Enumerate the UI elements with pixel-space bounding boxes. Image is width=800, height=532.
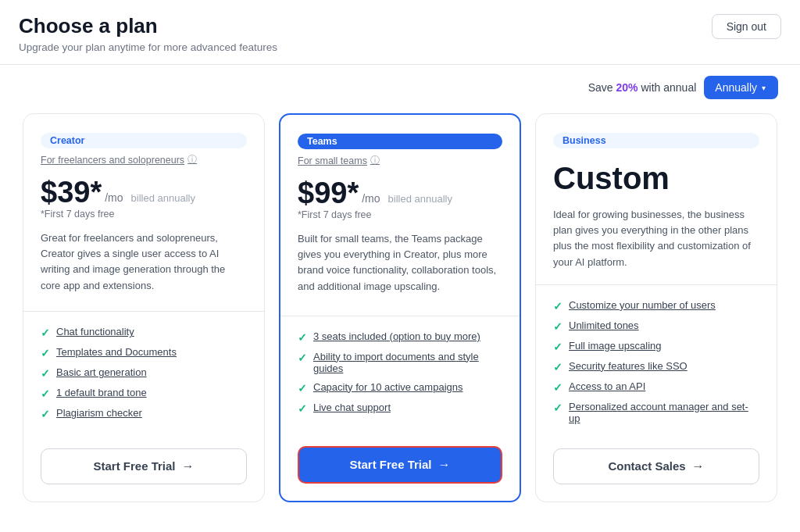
feature-item: ✓ Unlimited tones: [553, 320, 759, 333]
check-icon: ✓: [553, 341, 562, 353]
price-row-creator: $39* /mo billed annually: [41, 177, 247, 207]
cta-button-creator[interactable]: Start Free Trial →: [41, 448, 247, 484]
info-icon: ⓘ: [188, 153, 197, 166]
check-icon: ✓: [553, 320, 562, 333]
save-highlight: 20%: [616, 81, 638, 94]
feature-item: ✓ Chat functionality: [41, 326, 247, 339]
price-amount-teams: $99*: [298, 178, 359, 208]
annually-toggle-button[interactable]: Annually ▾: [704, 76, 778, 99]
check-icon: ✓: [41, 327, 50, 339]
page-title: Choose a plan: [19, 14, 277, 38]
page-subtitle: Upgrade your plan anytime for more advan…: [19, 41, 277, 53]
feature-item: ✓ Basic art generation: [41, 366, 247, 380]
check-icon: ✓: [553, 300, 562, 312]
annually-label: Annually: [715, 81, 757, 94]
plan-audience-teams: For small teams ⓘ: [298, 154, 502, 167]
check-icon: ✓: [553, 381, 562, 394]
header-text: Choose a plan Upgrade your plan anytime …: [19, 14, 277, 53]
price-note-creator: *First 7 days free: [41, 209, 247, 220]
divider-business: [536, 284, 777, 285]
divider-teams: [280, 316, 520, 316]
check-icon: ✓: [298, 331, 307, 344]
billing-toggle-bar: Save 20% with annual Annually ▾: [0, 65, 800, 105]
plan-audience-creator: For freelancers and solopreneurs ⓘ: [41, 153, 247, 166]
check-icon: ✓: [298, 402, 307, 415]
feature-item: ✓ Security features like SSO: [553, 360, 759, 373]
plan-card-teams: Teams For small teams ⓘ $99* /mo billed …: [279, 113, 521, 502]
check-icon: ✓: [41, 387, 50, 400]
arrow-icon: →: [182, 459, 195, 473]
check-icon: ✓: [298, 352, 307, 364]
plans-container: Creator For freelancers and solopreneurs…: [0, 105, 800, 518]
check-icon: ✓: [41, 347, 50, 359]
price-amount-creator: $39*: [41, 177, 102, 207]
arrow-icon: →: [438, 458, 451, 472]
price-period-teams: /mo: [362, 192, 380, 205]
info-icon: ⓘ: [370, 154, 380, 167]
cta-label-business: Contact Sales: [608, 459, 685, 473]
feature-item: ✓ Plagiarism checker: [41, 407, 247, 420]
feature-item: ✓ 1 default brand tone: [41, 387, 247, 400]
price-billed-teams: billed annually: [388, 193, 452, 205]
save-text: Save 20% with annual: [588, 81, 697, 94]
plan-badge-business: Business: [553, 133, 759, 148]
cta-label-teams: Start Free Trial: [349, 458, 431, 471]
chevron-down-icon: ▾: [762, 84, 766, 92]
feature-item: ✓ Templates and Documents: [41, 346, 247, 359]
plan-desc-business: Ideal for growing businesses, the busine…: [553, 207, 759, 270]
plan-desc-creator: Great for freelancers and solopreneurs, …: [41, 230, 247, 297]
divider-creator: [23, 311, 264, 312]
check-icon: ✓: [41, 408, 50, 420]
feature-item: ✓ Live chat support: [298, 402, 502, 415]
check-icon: ✓: [553, 361, 562, 373]
feature-item: ✓ Personalized account manager and set-u…: [553, 401, 759, 424]
price-note-teams: *First 7 days free: [298, 209, 502, 220]
check-icon: ✓: [553, 402, 562, 414]
feature-item: ✓ Access to an API: [553, 380, 759, 394]
plan-card-creator: Creator For freelancers and solopreneurs…: [23, 113, 265, 502]
feature-item: ✓ 3 seats included (option to buy more): [298, 330, 502, 344]
price-billed-creator: billed annually: [131, 192, 195, 204]
cta-button-business[interactable]: Contact Sales →: [553, 448, 759, 484]
price-period-creator: /mo: [105, 191, 123, 204]
features-list-creator: ✓ Chat functionality ✓ Templates and Doc…: [41, 326, 247, 431]
page-header: Choose a plan Upgrade your plan anytime …: [0, 0, 800, 65]
check-icon: ✓: [298, 382, 307, 395]
feature-item: ✓ Customize your number of users: [553, 299, 759, 312]
sign-out-button[interactable]: Sign out: [712, 14, 781, 39]
features-list-teams: ✓ 3 seats included (option to buy more) …: [298, 330, 502, 429]
plan-desc-teams: Built for small teams, the Teams package…: [298, 231, 502, 302]
cta-label-creator: Start Free Trial: [93, 459, 175, 473]
feature-item: ✓ Full image upscaling: [553, 340, 759, 353]
cta-button-teams[interactable]: Start Free Trial →: [298, 446, 502, 484]
arrow-icon: →: [692, 459, 705, 473]
plan-custom-title: Custom: [553, 161, 759, 196]
plan-card-business: BusinessCustomIdeal for growing business…: [535, 113, 777, 502]
feature-item: ✓ Capacity for 10 active campaigns: [298, 381, 502, 395]
check-icon: ✓: [41, 367, 50, 380]
plan-badge-creator: Creator: [41, 133, 247, 148]
plan-badge-teams: Teams: [298, 134, 502, 149]
price-row-teams: $99* /mo billed annually: [298, 178, 502, 208]
features-list-business: ✓ Customize your number of users ✓ Unlim…: [553, 299, 759, 431]
feature-item: ✓ Ability to import documents and style …: [298, 351, 502, 374]
